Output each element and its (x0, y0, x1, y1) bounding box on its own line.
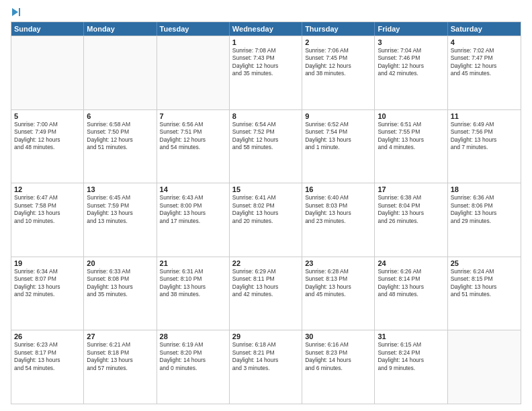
cell-line: Daylight: 13 hours (378, 210, 444, 217)
cell-line: Sunset: 8:10 PM (160, 275, 226, 283)
cell-line: Daylight: 13 hours (160, 210, 226, 217)
day-number: 28 (160, 332, 226, 340)
cell-line: Daylight: 13 hours (160, 283, 226, 291)
calendar-row: 5Sunrise: 7:00 AMSunset: 7:49 PMDaylight… (11, 109, 521, 183)
page: SundayMondayTuesdayWednesdayThursdayFrid… (0, 0, 532, 411)
calendar-cell: 28Sunrise: 6:19 AMSunset: 8:20 PMDayligh… (157, 330, 230, 404)
weekday-header: Sunday (11, 22, 84, 36)
cell-line: Sunrise: 6:41 AM (232, 194, 299, 201)
calendar-cell: 19Sunrise: 6:34 AMSunset: 8:07 PMDayligh… (11, 257, 84, 330)
cell-line: Sunset: 8:08 PM (87, 275, 153, 283)
cell-line: Daylight: 13 hours (378, 283, 444, 291)
cell-line: and 29 minutes. (451, 218, 518, 225)
day-number: 22 (232, 259, 299, 267)
cell-line: Sunset: 8:02 PM (232, 202, 299, 210)
cell-line: Sunrise: 6:23 AM (14, 341, 81, 349)
cell-line: Daylight: 13 hours (14, 357, 81, 364)
cell-line: Sunrise: 6:40 AM (305, 194, 371, 201)
cell-line: Sunset: 7:45 PM (305, 54, 371, 62)
weekday-header: Thursday (302, 22, 375, 36)
calendar-cell: 24Sunrise: 6:26 AMSunset: 8:14 PMDayligh… (375, 257, 447, 330)
vline-icon (19, 8, 20, 16)
cell-line: Daylight: 12 hours (232, 62, 299, 70)
cell-line: Sunrise: 6:36 AM (451, 194, 518, 201)
cell-line: Sunset: 7:49 PM (14, 128, 81, 136)
cell-line: Daylight: 12 hours (378, 62, 444, 70)
calendar-cell: 2Sunrise: 7:06 AMSunset: 7:45 PMDaylight… (302, 36, 375, 109)
cell-line: Sunrise: 6:31 AM (160, 268, 226, 275)
cell-line: Sunset: 8:18 PM (87, 349, 153, 357)
cell-line: Sunrise: 6:45 AM (87, 194, 153, 201)
day-number: 24 (378, 259, 444, 267)
calendar-cell: 11Sunrise: 6:49 AMSunset: 7:56 PMDayligh… (448, 110, 521, 183)
calendar-cell: 4Sunrise: 7:02 AMSunset: 7:47 PMDaylight… (448, 36, 521, 109)
calendar-cell: 14Sunrise: 6:43 AMSunset: 8:00 PMDayligh… (157, 183, 230, 257)
calendar-cell: 29Sunrise: 6:18 AMSunset: 8:21 PMDayligh… (230, 330, 302, 404)
cell-line: Sunset: 8:11 PM (232, 275, 299, 283)
cell-line: Daylight: 13 hours (305, 283, 371, 291)
weekday-header: Tuesday (157, 22, 230, 36)
cell-line: and 26 minutes. (378, 218, 444, 225)
calendar-cell: 10Sunrise: 6:51 AMSunset: 7:55 PMDayligh… (375, 110, 447, 183)
calendar-cell (84, 36, 157, 109)
cell-line: Sunset: 7:55 PM (378, 128, 444, 136)
day-number: 26 (14, 332, 81, 340)
cell-line: and 10 minutes. (14, 218, 81, 225)
cell-line: and 45 minutes. (451, 70, 518, 77)
cell-line: Sunrise: 6:15 AM (378, 341, 444, 349)
calendar-cell: 26Sunrise: 6:23 AMSunset: 8:17 PMDayligh… (11, 330, 84, 404)
calendar-cell: 21Sunrise: 6:31 AMSunset: 8:10 PMDayligh… (157, 257, 230, 330)
calendar-cell: 31Sunrise: 6:15 AMSunset: 8:24 PMDayligh… (375, 330, 447, 404)
calendar: SundayMondayTuesdayWednesdayThursdayFrid… (11, 21, 521, 404)
weekday-header: Monday (84, 22, 157, 36)
cell-line: Daylight: 13 hours (451, 136, 518, 144)
cell-line: Sunset: 8:06 PM (451, 202, 518, 210)
cell-line: and 54 minutes. (160, 144, 226, 151)
cell-line: Daylight: 13 hours (14, 210, 81, 217)
cell-line: Sunset: 8:24 PM (378, 349, 444, 357)
cell-line: Daylight: 13 hours (378, 136, 444, 144)
weekday-header: Wednesday (230, 22, 302, 36)
cell-line: and 17 minutes. (160, 218, 226, 225)
cell-line: and 7 minutes. (451, 144, 518, 151)
cell-line: and 42 minutes. (378, 70, 444, 77)
day-number: 25 (451, 259, 518, 267)
day-number: 18 (451, 185, 518, 193)
day-number: 11 (451, 112, 518, 120)
calendar-cell: 15Sunrise: 6:41 AMSunset: 8:02 PMDayligh… (230, 183, 302, 257)
cell-line: Sunrise: 6:18 AM (232, 341, 299, 349)
day-number: 1 (232, 38, 299, 46)
cell-line: Sunrise: 6:16 AM (305, 341, 371, 349)
day-number: 14 (160, 185, 226, 193)
calendar-row: 12Sunrise: 6:47 AMSunset: 7:58 PMDayligh… (11, 183, 521, 257)
day-number: 3 (378, 38, 444, 46)
cell-line: and 3 minutes. (232, 365, 299, 372)
cell-line: and 54 minutes. (14, 365, 81, 372)
calendar-cell: 12Sunrise: 6:47 AMSunset: 7:58 PMDayligh… (11, 183, 84, 257)
cell-line: Sunset: 7:43 PM (232, 54, 299, 62)
day-number: 10 (378, 112, 444, 120)
day-number: 31 (378, 332, 444, 340)
cell-line: Sunset: 8:17 PM (14, 349, 81, 357)
calendar-row: 19Sunrise: 6:34 AMSunset: 8:07 PMDayligh… (11, 257, 521, 330)
cell-line: Daylight: 12 hours (160, 136, 226, 144)
cell-line: Daylight: 14 hours (378, 357, 444, 364)
day-number: 9 (305, 112, 371, 120)
cell-line: Daylight: 12 hours (87, 136, 153, 144)
cell-line: Daylight: 13 hours (87, 283, 153, 291)
day-number: 4 (451, 38, 518, 46)
cell-line: Sunset: 7:52 PM (232, 128, 299, 136)
day-number: 23 (305, 259, 371, 267)
header (11, 8, 521, 17)
cell-line: Sunrise: 6:28 AM (305, 268, 371, 275)
cell-line: Sunset: 8:13 PM (305, 275, 371, 283)
cell-line: Sunset: 8:04 PM (378, 202, 444, 210)
cell-line: and 1 minute. (305, 144, 371, 151)
cell-line: Sunrise: 7:06 AM (305, 47, 371, 54)
cell-line: Sunrise: 6:34 AM (14, 268, 81, 275)
calendar-cell: 25Sunrise: 6:24 AMSunset: 8:15 PMDayligh… (448, 257, 521, 330)
arrow-icon (12, 8, 18, 16)
day-number: 20 (87, 259, 153, 267)
weekday-header: Friday (375, 22, 447, 36)
cell-line: and 38 minutes. (305, 70, 371, 77)
